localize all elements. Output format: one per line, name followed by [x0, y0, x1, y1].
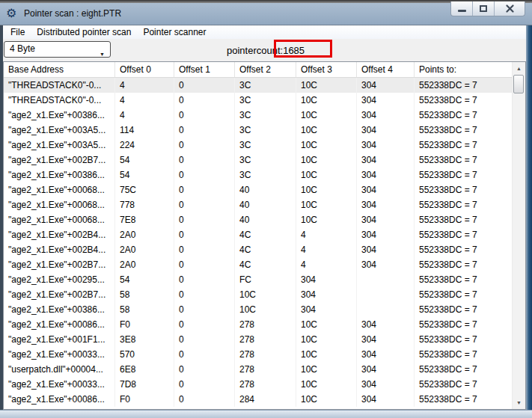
- table-row[interactable]: "age2_x1.Exe"+002B7...2A004C4304552338DC…: [4, 257, 513, 272]
- table-row[interactable]: "age2_x1.Exe"+00068...75C04010C304552338…: [4, 182, 513, 197]
- table-cell: 304: [357, 78, 415, 93]
- table-cell: 552338DC = 7: [415, 287, 513, 302]
- column-header-offset-0[interactable]: Offset 0: [115, 62, 174, 77]
- table-cell: 552338DC = 7: [415, 347, 513, 362]
- table-cell: 10C: [235, 287, 296, 302]
- table-row[interactable]: "age2_x1.Exe"+002B4...2A004C4304552338DC…: [4, 242, 513, 257]
- table-row[interactable]: "age2_x1.Exe"+00086...F0028410C304552338…: [4, 392, 513, 407]
- table-row[interactable]: "age2_x1.Exe"+002B4...2A004C4304552338DC…: [4, 227, 513, 242]
- minimize-button[interactable]: [451, 1, 473, 16]
- table-row[interactable]: "age2_x1.Exe"+00033...7D8027810C30455233…: [4, 377, 513, 392]
- table-cell: 10C: [296, 78, 357, 93]
- table-cell: 552338DC = 7: [415, 123, 513, 138]
- table-row[interactable]: "age2_x1.Exe"+003A5...22403C10C304552338…: [4, 138, 513, 153]
- scrollbar-thumb[interactable]: [513, 75, 524, 93]
- table-row[interactable]: "age2_x1.Exe"+00386...58010C304552338DC …: [4, 302, 513, 317]
- table-cell: F0: [115, 317, 174, 332]
- table-cell: 304: [296, 302, 357, 317]
- table-cell: 224: [115, 138, 174, 153]
- table-cell: 552338DC = 7: [415, 377, 513, 392]
- table-cell: 552338DC = 7: [415, 257, 513, 272]
- table-cell: 304: [357, 108, 415, 123]
- table-cell: "THREADSTACK0"-0...: [4, 78, 115, 93]
- table-cell: 552338DC = 7: [415, 317, 513, 332]
- table-row[interactable]: "age2_x1.Exe"+002B7...5403C10C304552338D…: [4, 153, 513, 167]
- table-cell: "age2_x1.Exe"+003A5...: [4, 123, 115, 138]
- table-cell: 278: [235, 317, 296, 332]
- menu-item-file[interactable]: File: [4, 25, 31, 39]
- table-row[interactable]: "age2_x1.Exe"+00068...77804010C304552338…: [4, 197, 513, 212]
- table-cell: 10C: [296, 347, 357, 362]
- table-row[interactable]: "THREADSTACK0"-0...403C10C304552338DC = …: [4, 78, 513, 93]
- value-type-select[interactable]: 4 Byte ▼: [4, 41, 111, 58]
- table-cell: 4: [115, 93, 174, 108]
- table-cell: 10C: [296, 317, 357, 332]
- table-cell: 0: [174, 78, 235, 93]
- column-header-base-address[interactable]: Base Address: [4, 62, 115, 77]
- table-cell: 570: [115, 347, 174, 362]
- table-cell: "age2_x1.Exe"+00086...: [4, 317, 115, 332]
- table-row[interactable]: "userpatch.dll"+00004...6E8027810C304552…: [4, 362, 513, 377]
- menu-bar: File Distributed pointer scan Pointer sc…: [3, 25, 526, 39]
- table-cell: "age2_x1.Exe"+00068...: [4, 212, 115, 227]
- table-cell: 10C: [296, 212, 357, 227]
- table-cell: 10C: [296, 392, 357, 407]
- table-cell: 0: [174, 153, 235, 167]
- table-cell: [357, 302, 415, 317]
- table-cell: 304: [357, 227, 415, 242]
- table-cell: 304: [357, 362, 415, 377]
- table-row[interactable]: "age2_x1.Exe"+001F1...3E8027810C30455233…: [4, 332, 513, 347]
- table-cell: "age2_x1.Exe"+00386...: [4, 302, 115, 317]
- table-cell: 552338DC = 7: [415, 108, 513, 123]
- table-cell: 304: [357, 377, 415, 392]
- table-cell: 304: [357, 197, 415, 212]
- table-cell: "age2_x1.Exe"+00033...: [4, 347, 115, 362]
- table-row[interactable]: "age2_x1.Exe"+00086...F0027810C304552338…: [4, 317, 513, 332]
- table-cell: 7D8: [115, 377, 174, 392]
- table-cell: "age2_x1.Exe"+00295...: [4, 272, 115, 287]
- table-cell: 0: [174, 287, 235, 302]
- table-cell: 304: [296, 287, 357, 302]
- table-cell: 304: [357, 93, 415, 108]
- table-cell: 10C: [296, 167, 357, 182]
- maximize-button[interactable]: [473, 1, 495, 16]
- table-row[interactable]: "age2_x1.Exe"+00386...5403C10C304552338D…: [4, 167, 513, 182]
- table-row[interactable]: "age2_x1.Exe"+00068...7E804010C304552338…: [4, 212, 513, 227]
- column-header-offset-4[interactable]: Offset 4: [357, 62, 415, 77]
- table-cell: "userpatch.dll"+00004...: [4, 362, 115, 377]
- table-cell: 0: [174, 302, 235, 317]
- scrollbar-up-button[interactable]: ▲: [513, 62, 525, 74]
- table-row[interactable]: "age2_x1.Exe"+003A5...11403C10C304552338…: [4, 123, 513, 138]
- pointer-scan-window: ⚙ Pointer scan : eight.PTR File Distribu…: [0, 0, 532, 418]
- vertical-scrollbar[interactable]: ▲ ▼: [512, 62, 525, 409]
- table-cell: "age2_x1.Exe"+00386...: [4, 167, 115, 182]
- table-cell: 304: [357, 167, 415, 182]
- column-header-offset-2[interactable]: Offset 2: [235, 62, 296, 77]
- table-cell: 0: [174, 347, 235, 362]
- table-row[interactable]: "age2_x1.Exe"+00295...540FC304552338DC =…: [4, 272, 513, 287]
- table-cell: [357, 272, 415, 287]
- table-body: "THREADSTACK0"-0...403C10C304552338DC = …: [4, 78, 513, 409]
- scrollbar-down-button[interactable]: ▼: [513, 396, 525, 408]
- column-header-points-to[interactable]: Points to:: [415, 62, 513, 77]
- table-cell: 0: [174, 317, 235, 332]
- table-row[interactable]: "age2_x1.Exe"+00033...570027810C30455233…: [4, 347, 513, 362]
- table-cell: 304: [357, 392, 415, 407]
- table-cell: 4: [296, 242, 357, 257]
- table-row[interactable]: "age2_x1.Exe"+00386...403C10C304552338DC…: [4, 108, 513, 123]
- table-cell: 2A0: [115, 242, 174, 257]
- table-row[interactable]: "age2_x1.Exe"+002B7...58010C304552338DC …: [4, 287, 513, 302]
- table-cell: 3C: [235, 167, 296, 182]
- column-header-offset-1[interactable]: Offset 1: [174, 62, 235, 77]
- table-row[interactable]: "THREADSTACK0"-0...403C10C304552338DC = …: [4, 93, 513, 108]
- menu-item-distributed-pointer-scan[interactable]: Distributed pointer scan: [31, 25, 137, 39]
- close-button[interactable]: [495, 1, 525, 16]
- table-cell: "age2_x1.Exe"+002B7...: [4, 257, 115, 272]
- column-header-offset-3[interactable]: Offset 3: [296, 62, 357, 77]
- menu-item-pointer-scanner[interactable]: Pointer scanner: [137, 25, 212, 39]
- window-frame-bottom: [0, 410, 532, 418]
- annotation-highlight-rect: [274, 40, 332, 58]
- table-header: Base Address Offset 0 Offset 1 Offset 2 …: [4, 62, 513, 78]
- table-cell: 552338DC = 7: [415, 212, 513, 227]
- window-controls: [450, 1, 525, 16]
